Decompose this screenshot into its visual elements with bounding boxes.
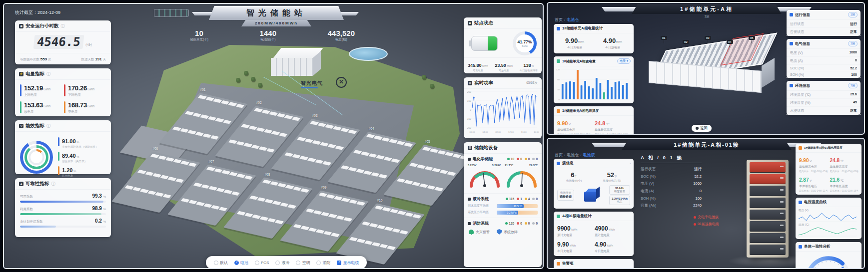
layer-option-PCS[interactable]: PCS: [255, 261, 269, 265]
breadcrumb[interactable]: 首页/电池仓/电池簇: [555, 152, 595, 158]
vendor-logo: 智光电气: [301, 80, 323, 88]
container-unit: [218, 207, 227, 212]
stat-label: 电芯(颗): [328, 37, 355, 42]
container-3d-view[interactable]: 0102030405: [643, 34, 783, 109]
layer-option-消防[interactable]: 消防: [316, 260, 330, 266]
info-icon[interactable]: ⓘ: [61, 23, 65, 29]
pad-label: #01: [200, 88, 206, 91]
legend-item: 01簇连接电缆: [694, 222, 719, 227]
bell-icon: [469, 230, 474, 234]
container-unit: [387, 246, 396, 251]
legend-item: 120: [505, 222, 514, 225]
info-icon[interactable]: ⓘ: [46, 123, 50, 129]
pad-label: #03: [312, 114, 318, 117]
run-hours-value: 4546.5: [33, 35, 84, 49]
container-unit: [231, 191, 240, 196]
info-icon[interactable]: ⓘ: [46, 71, 50, 77]
show-cables-checkbox[interactable]: 显示电缆: [337, 260, 359, 266]
voltage-sparkline: [799, 212, 857, 222]
cluster-bar-chart[interactable]: 04080120: [554, 66, 631, 103]
stat-clusters: 1440 电池簇(个): [260, 29, 276, 42]
cluster-vt-card: 1#储能单元A相/01簇电压温度 9.90 V 单体最高电压最高单体：01簇-0…: [796, 144, 862, 195]
layer-option-默认[interactable]: 默认: [214, 260, 228, 266]
cell-count: 52节 单模组电芯(节): [603, 170, 621, 183]
layer-tag[interactable]: 1层: [848, 12, 858, 17]
layer-tag[interactable]: 1层: [848, 41, 858, 46]
efficiency-item: 89.40 % 综合效率（关口表）: [58, 151, 106, 164]
container-unit: [210, 135, 219, 140]
metric-dropdown[interactable]: 电量 ▾: [617, 58, 631, 64]
rack-module[interactable]: [750, 174, 786, 185]
legend-item: 115: [506, 197, 515, 201]
container-unit: [343, 217, 352, 222]
cluster-right-column: 1#储能单元A相/01簇电压温度 9.90 V 单体最高电压最高单体：01簇-0…: [796, 144, 862, 269]
breadcrumb[interactable]: 首页/电池仓: [555, 17, 579, 22]
container-unit: [330, 233, 339, 238]
svg-text:20:00: 20:00: [534, 131, 539, 133]
pond: [349, 47, 388, 61]
container-unit: [447, 171, 456, 176]
layer-option-液冷[interactable]: 液冷: [275, 260, 289, 266]
pad-label: #06: [152, 147, 158, 150]
metric-color-bar: [64, 101, 65, 113]
card-title: 站点状态: [474, 20, 493, 26]
stat-label: 储能单元(个): [190, 37, 208, 42]
stat-value: 443,520: [328, 29, 355, 37]
control-building[interactable]: [271, 48, 321, 77]
fire-section-icon: [468, 222, 471, 225]
stats-date: 统计截至：2024-12-09: [15, 9, 60, 16]
soc-ring: 41.77% SOC: [513, 31, 537, 55]
breadcrumb-item[interactable]: 首页: [555, 153, 563, 157]
temp-sparkline: [799, 227, 857, 237]
layer-option-空调[interactable]: 空调: [296, 260, 310, 266]
breadcrumb-item[interactable]: 首页: [555, 17, 563, 22]
energy-metric: 170.26GWh下网电量: [64, 83, 106, 97]
power-icon: ▤: [468, 81, 472, 85]
info-icon[interactable]: ⓘ: [51, 181, 55, 187]
rack-module[interactable]: [750, 233, 786, 244]
rack-module[interactable]: [750, 198, 786, 208]
legend-count: 1: [520, 197, 522, 201]
legend-count: 4: [528, 197, 530, 201]
metric-text: 168.73GWh充电量: [68, 100, 94, 114]
system-fault-item: 系统故障: [497, 229, 518, 235]
vt-metric: 2.87 V 单体最低电压最低单体：01簇-04组-21号: [799, 175, 828, 192]
container-unit: [279, 133, 288, 137]
card-icon: [557, 27, 560, 30]
container-unit: [322, 161, 331, 166]
stat-value: 10: [190, 29, 208, 37]
breadcrumb-item[interactable]: 电池簇: [583, 153, 595, 157]
back-button[interactable]: 返回: [692, 125, 712, 132]
rack-module[interactable]: [750, 186, 786, 196]
card-icon: [799, 201, 802, 204]
layer-option-电池[interactable]: 电池: [234, 260, 248, 266]
pad-label: #10: [377, 199, 382, 202]
safety-hours-card: ◉ 安全运行小时数 ⓘ 4546.5 小时 等效循环次数 559 次 投运天数 …: [15, 20, 111, 64]
more-icon[interactable]: ›: [630, 162, 631, 165]
vt-metric: 9900 kWh 累计充电量: [557, 224, 593, 238]
x-logo-icon: ✕: [336, 77, 347, 88]
section-title: 电化学储能: [473, 156, 493, 162]
main-station-panel: 统计截至：2024-12-09 智光储能站 200MW/400MWh 10 储能…: [3, 3, 544, 269]
station-status-card: ■ 站点状态 41.77% SOC 345.80 MWh可充电量23.50 MW…: [464, 17, 542, 73]
power-line-chart[interactable]: 2001000-100-20000:0004:0008:0012:0016:00…: [464, 89, 539, 135]
breadcrumb-item[interactable]: 电池仓: [567, 17, 579, 22]
rack-module[interactable]: [750, 221, 786, 232]
site-3d-view[interactable]: 智光电气 ✕ #01#02#03#04#05#06#07#08#09#10: [110, 45, 460, 257]
breadcrumb-item[interactable]: 电池仓: [567, 153, 579, 157]
stat-label: 电池簇(个): [260, 37, 276, 42]
right-sidebar: ■ 站点状态 41.77% SOC 345.80 MWh可充电量23.50 MW…: [464, 17, 542, 267]
cluster-info-row: SOC (%)52.2: [641, 173, 702, 180]
cell-spec-attr: 3.2V/314Ah电芯: [609, 196, 630, 205]
pad-label: #07: [209, 160, 214, 163]
rack-module[interactable]: [750, 162, 786, 173]
svg-text:40: 40: [557, 88, 560, 91]
container-unit: [348, 130, 357, 134]
container-unit: [335, 145, 344, 150]
cluster-info-row: SOH (%)100: [641, 195, 702, 202]
rack-module[interactable]: [750, 210, 786, 220]
battery-rack-3d[interactable]: [747, 160, 789, 258]
rack-module[interactable]: [750, 245, 786, 255]
legend-dot-icon: [507, 158, 510, 160]
layer-tag[interactable]: 1层: [848, 83, 858, 88]
